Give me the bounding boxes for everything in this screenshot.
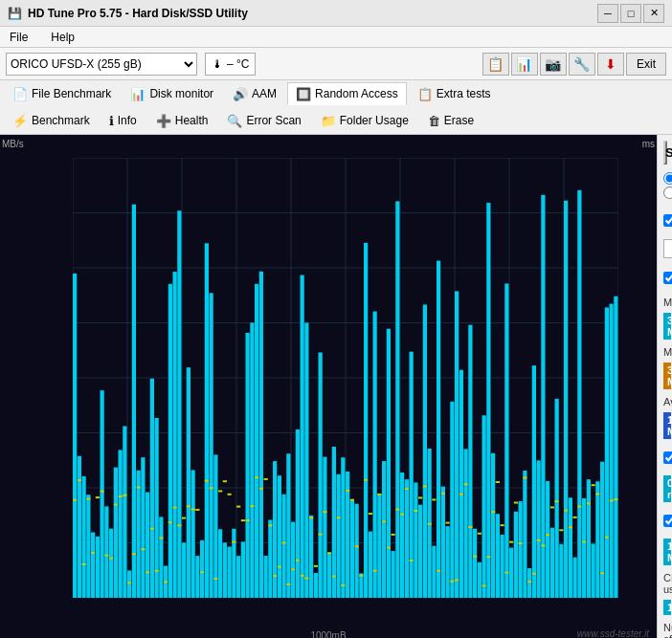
tab-health-label: Health	[175, 114, 209, 127]
disk-monitor-icon: 📊	[130, 87, 146, 101]
read-radio-label[interactable]: Read	[663, 172, 666, 185]
write-radio-label[interactable]: Write	[663, 187, 666, 199]
minimum-label: Minimum	[663, 297, 666, 308]
access-time-value: 0.439 ms	[663, 475, 671, 502]
toolbar-icon-5[interactable]: ⬇	[597, 53, 624, 76]
mbs-label: MB/s	[2, 139, 24, 149]
maximum-label: Maximum	[663, 346, 666, 358]
start-button[interactable]: Start	[663, 141, 667, 165]
toolbar: ORICO UFSD-X (255 gB) 🌡 – °C 📋 📊 📷 🔧 ⬇ E…	[0, 48, 672, 80]
tab-folder-usage[interactable]: 📁 Folder Usage	[312, 109, 417, 132]
main-content: MB/s ms 1000mB www.ssd-tester.it Start R…	[0, 135, 672, 638]
short-stroke-checkbox-label[interactable]: Short stroke	[663, 209, 666, 231]
error-scan-icon: 🔍	[227, 114, 242, 128]
health-icon: ➕	[156, 114, 171, 128]
tab-aam-label: AAM	[252, 87, 277, 100]
read-radio[interactable]	[663, 172, 672, 185]
access-time-checkbox-label[interactable]: Access time	[663, 446, 666, 469]
file-menu[interactable]: File	[6, 30, 32, 45]
tab-disk-monitor[interactable]: 📊 Disk monitor	[122, 82, 222, 105]
folder-usage-icon: 📁	[321, 114, 336, 128]
tab-folder-usage-label: Folder Usage	[340, 114, 409, 127]
title-bar: 💾 HD Tune Pro 5.75 - Hard Disk/SSD Utili…	[0, 0, 672, 27]
tab-file-benchmark-label: File Benchmark	[32, 87, 111, 100]
aam-icon: 🔊	[233, 87, 248, 101]
maximize-button[interactable]: □	[620, 4, 641, 23]
transfer-rate-checkbox[interactable]	[663, 272, 672, 284]
watermark: www.ssd-tester.it	[577, 628, 649, 638]
burst-rate-checkbox[interactable]	[663, 515, 672, 527]
tab-health[interactable]: ➕ Health	[147, 109, 217, 132]
tab-extra-tests-label: Extra tests	[437, 87, 491, 100]
tabs-row-2: ⚡ Benchmark ℹ Info ➕ Health 🔍 Error Scan…	[0, 107, 672, 134]
app-icon: 💾	[8, 7, 22, 20]
tab-random-access[interactable]: 🔲 Random Access	[287, 82, 407, 105]
toolbar-icon-4[interactable]: 🔧	[569, 53, 595, 76]
tab-info[interactable]: ℹ Info	[101, 109, 146, 132]
minimize-button[interactable]: ─	[597, 4, 618, 23]
burst-rate-value: 149.0 MB/s	[663, 539, 671, 565]
help-menu[interactable]: Help	[47, 30, 78, 45]
app-title: HD Tune Pro 5.75 - Hard Disk/SSD Utility	[28, 7, 248, 20]
toolbar-icon-1[interactable]: 📋	[482, 53, 509, 76]
access-time-checkbox[interactable]	[663, 451, 672, 464]
thermometer-icon: 🌡	[212, 57, 223, 71]
title-bar-left: 💾 HD Tune Pro 5.75 - Hard Disk/SSD Utili…	[8, 7, 248, 20]
toolbar-icon-2[interactable]: 📊	[511, 53, 538, 76]
cpu-usage-value: 1.1%	[663, 600, 671, 615]
chart-area: MB/s ms 1000mB www.ssd-tester.it	[0, 135, 657, 638]
benchmark-icon: ⚡	[12, 114, 28, 128]
maximum-value: 350.6 MB/s	[663, 363, 671, 389]
info-icon: ℹ	[109, 114, 114, 128]
transfer-rate-checkbox-label[interactable]: Transfer rate	[663, 266, 666, 289]
benchmark-chart	[73, 158, 618, 598]
tab-benchmark[interactable]: ⚡ Benchmark	[4, 109, 99, 132]
random-access-icon: 🔲	[296, 87, 311, 101]
tab-erase[interactable]: 🗑 Erase	[419, 109, 482, 132]
erase-icon: 🗑	[428, 114, 440, 128]
average-value: 104.2 MB/s	[663, 412, 671, 439]
drive-select[interactable]: ORICO UFSD-X (255 gB)	[6, 53, 197, 76]
temperature-display: 🌡 – °C	[205, 53, 256, 76]
write-radio[interactable]	[663, 187, 672, 199]
tab-random-access-label: Random Access	[315, 87, 398, 100]
extra-tests-icon: 📋	[417, 87, 433, 101]
toolbar-icons: 📋 📊 📷 🔧 ⬇ Exit	[482, 53, 666, 76]
short-stroke-input[interactable]	[663, 239, 672, 258]
ms-label: ms	[642, 139, 655, 149]
minimum-value: 3.8 MB/s	[663, 313, 671, 340]
tab-aam[interactable]: 🔊 AAM	[224, 82, 285, 105]
file-benchmark-icon: 📄	[12, 87, 28, 101]
right-panel: Start Read Write Short stroke gB Transfe…	[657, 135, 672, 638]
average-label: Average	[663, 396, 666, 407]
toolbar-icon-3[interactable]: 📷	[540, 53, 567, 76]
exit-button[interactable]: Exit	[626, 53, 666, 76]
tab-file-benchmark[interactable]: 📄 File Benchmark	[4, 82, 120, 105]
tab-error-scan[interactable]: 🔍 Error Scan	[218, 109, 309, 132]
read-write-radio-group: Read Write	[663, 172, 666, 199]
tab-disk-monitor-label: Disk monitor	[149, 87, 213, 100]
title-bar-buttons: ─ □ ✕	[597, 4, 664, 23]
tab-extra-tests[interactable]: 📋 Extra tests	[409, 82, 500, 105]
tabs-row-1: 📄 File Benchmark 📊 Disk monitor 🔊 AAM 🔲 …	[0, 80, 672, 107]
tab-benchmark-label: Benchmark	[32, 114, 90, 127]
tab-info-label: Info	[118, 114, 137, 127]
menu-bar: File Help	[0, 27, 672, 48]
burst-rate-checkbox-label[interactable]: Burst rate	[663, 509, 666, 532]
x-axis-end-label: 1000mB	[310, 630, 346, 638]
short-stroke-spinner-row: gB	[663, 239, 666, 258]
close-button[interactable]: ✕	[643, 4, 664, 23]
cpu-usage-label: CPU usage	[663, 572, 666, 595]
temperature-value: – °C	[227, 57, 249, 71]
tab-erase-label: Erase	[444, 114, 474, 127]
tab-error-scan-label: Error Scan	[246, 114, 301, 127]
number-of-passes-label: Number of passes	[663, 622, 666, 638]
short-stroke-checkbox[interactable]	[663, 214, 672, 227]
tabs-container: 📄 File Benchmark 📊 Disk monitor 🔊 AAM 🔲 …	[0, 80, 672, 135]
